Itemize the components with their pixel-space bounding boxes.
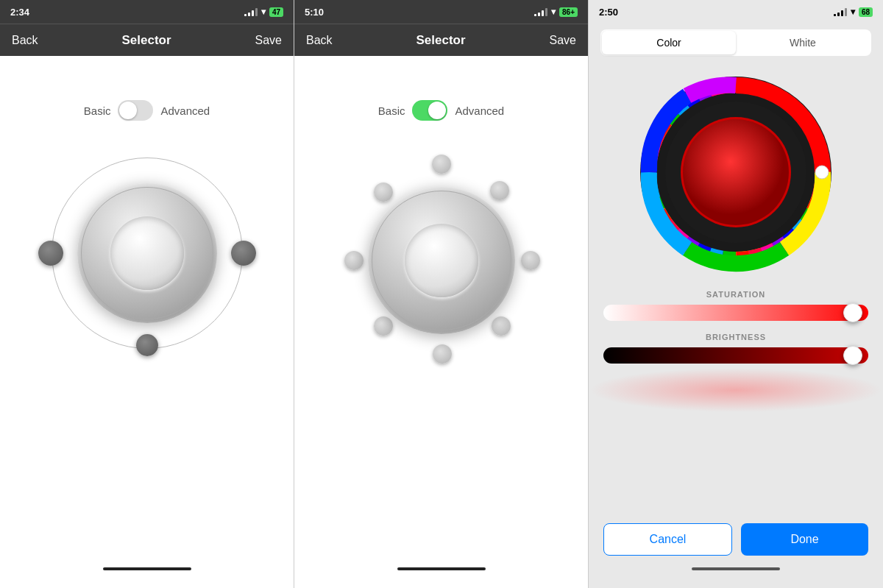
adv-handle-tr[interactable]	[490, 181, 509, 200]
adv-handle-bottom[interactable]	[433, 344, 452, 364]
home-bar-1	[103, 567, 191, 570]
signal-icon-1	[244, 7, 258, 16]
advanced-label-2: Advanced	[455, 105, 504, 117]
svg-point-15	[815, 166, 829, 179]
toggle-knob-1	[119, 102, 137, 119]
status-icons-2: ▾ 86+	[534, 7, 578, 17]
toggle-knob-2	[428, 102, 446, 119]
wifi-icon-2: ▾	[551, 7, 556, 17]
tab-white[interactable]: White	[736, 31, 870, 54]
status-bar-1: 2:34 ▾ 47	[0, 0, 294, 24]
panel-1: 2:34 ▾ 47 Back Selector Save Basic Advan…	[0, 0, 294, 588]
time-2: 5:10	[305, 7, 324, 18]
brightness-thumb[interactable]	[843, 346, 862, 365]
brightness-label: BRIGHTNESS	[603, 333, 868, 341]
title-1: Selector	[122, 33, 171, 48]
status-bar-2: 5:10 ▾ 86+	[294, 0, 588, 24]
color-wheel[interactable]	[633, 69, 839, 275]
tick-ring-2	[372, 191, 511, 330]
tab-color[interactable]: Color	[602, 31, 736, 54]
handle-right-1[interactable]	[231, 241, 256, 266]
panel-2-content: Basic Advanced	[294, 56, 588, 567]
panel-3: 2:50 ▾ 68 Color White	[589, 0, 883, 588]
battery-2: 86+	[559, 7, 578, 17]
signal-icon-2	[534, 7, 547, 16]
battery-1: 47	[269, 7, 283, 17]
signal-icon-3	[834, 7, 847, 16]
toggle-row-1: Basic Advanced	[84, 100, 210, 121]
nav-bar-1: Back Selector Save	[0, 24, 294, 56]
brightness-slider[interactable]	[603, 347, 868, 364]
status-bar-3: 2:50 ▾ 68	[589, 0, 883, 24]
action-buttons: Cancel Done	[589, 511, 883, 567]
done-button[interactable]: Done	[741, 523, 868, 556]
advanced-label-1: Advanced	[160, 105, 210, 117]
tick-ring-1	[81, 187, 213, 319]
back-button-2[interactable]: Back	[306, 34, 333, 47]
sliders-section: SATURATION BRIGHTNESS	[589, 290, 883, 375]
status-icons-1: ▾ 47	[244, 7, 283, 17]
adv-handle-bl[interactable]	[374, 316, 393, 336]
time-3: 2:50	[599, 7, 618, 18]
saturation-label: SATURATION	[603, 290, 868, 299]
adv-handle-right[interactable]	[521, 251, 540, 270]
basic-label-2: Basic	[378, 105, 405, 117]
toggle-row-2: Basic Advanced	[378, 100, 504, 121]
back-button-1[interactable]: Back	[12, 34, 38, 47]
handle-bottom-1[interactable]	[136, 334, 158, 356]
title-2: Selector	[416, 33, 466, 48]
color-mode-tabs: Color White	[600, 29, 871, 56]
color-glow	[589, 368, 883, 412]
time-1: 2:34	[10, 7, 29, 18]
dial-1[interactable]	[44, 150, 250, 356]
wifi-icon-1: ▾	[261, 7, 266, 17]
wifi-icon-3: ▾	[851, 7, 855, 17]
dial-2[interactable]	[331, 150, 552, 371]
save-button-1[interactable]: Save	[255, 34, 282, 47]
home-bar-3	[692, 567, 780, 570]
adv-handle-top[interactable]	[432, 155, 451, 174]
save-button-2[interactable]: Save	[550, 34, 576, 47]
mode-toggle-1[interactable]	[118, 100, 153, 121]
home-bar-2	[397, 567, 486, 570]
adv-handle-tl[interactable]	[374, 183, 393, 202]
panel-1-content: Basic Advanced	[0, 56, 294, 567]
color-wheel-container[interactable]	[589, 69, 883, 275]
handle-left-1[interactable]	[38, 241, 63, 266]
adv-handle-br[interactable]	[492, 316, 511, 336]
saturation-slider[interactable]	[603, 305, 868, 321]
mode-toggle-2[interactable]	[412, 100, 447, 121]
battery-3: 68	[859, 7, 873, 17]
nav-bar-2: Back Selector Save	[294, 24, 588, 56]
panel-2: 5:10 ▾ 86+ Back Selector Save Basic Adva…	[294, 0, 589, 588]
basic-label-1: Basic	[84, 105, 111, 117]
saturation-thumb[interactable]	[843, 303, 862, 322]
adv-handle-left[interactable]	[344, 251, 364, 270]
svg-point-14	[683, 119, 789, 225]
cancel-button[interactable]: Cancel	[603, 523, 732, 556]
status-icons-3: ▾ 68	[834, 7, 873, 17]
